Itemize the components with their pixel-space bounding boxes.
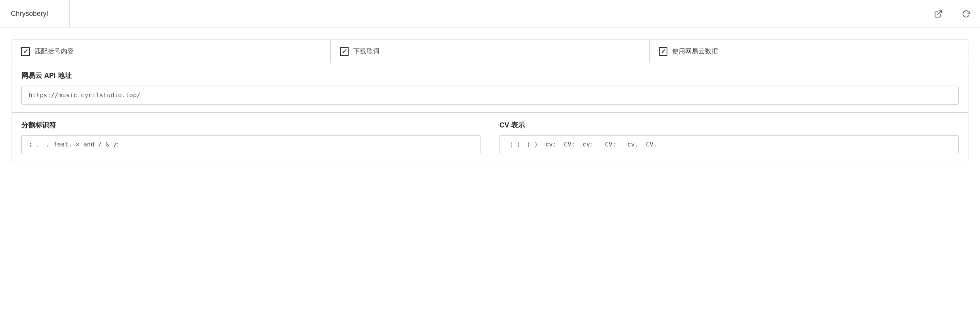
- app-container: Chrysoberyl 匹配括号内容: [0, 0, 980, 327]
- options-row: 匹配括号内容 下载歌词 使用网易云数据: [12, 40, 968, 63]
- option-download-lyrics-label: 下载歌词: [353, 47, 380, 56]
- split-row: 分割标识符 CV 表示: [12, 113, 968, 162]
- checkbox-download-lyrics[interactable]: [340, 47, 349, 56]
- title-bar: Chrysoberyl: [0, 0, 980, 28]
- separator-section-title: 分割标识符: [21, 120, 481, 130]
- section-panel: 网易云 API 地址 分割标识符 CV 表示: [12, 63, 968, 162]
- main-content: 匹配括号内容 下载歌词 使用网易云数据 网易云 API 地址 分: [0, 28, 980, 327]
- open-external-button[interactable]: [924, 0, 952, 28]
- api-section: 网易云 API 地址: [12, 63, 968, 113]
- open-external-icon: [934, 10, 942, 18]
- url-input[interactable]: [70, 0, 924, 28]
- refresh-icon: [962, 10, 970, 18]
- svg-line-0: [937, 10, 941, 14]
- title-bar-actions: [924, 0, 980, 28]
- api-section-title: 网易云 API 地址: [21, 71, 959, 80]
- option-use-netease[interactable]: 使用网易云数据: [650, 40, 968, 63]
- separator-input[interactable]: [21, 135, 481, 154]
- option-download-lyrics[interactable]: 下载歌词: [331, 40, 650, 63]
- separator-section: 分割标识符: [12, 113, 490, 162]
- refresh-button[interactable]: [952, 0, 980, 28]
- app-title: Chrysoberyl: [0, 0, 70, 28]
- cv-input[interactable]: [499, 135, 959, 154]
- api-url-input[interactable]: [21, 86, 959, 105]
- checkbox-use-netease[interactable]: [659, 47, 667, 56]
- cv-section-title: CV 表示: [499, 120, 959, 130]
- cv-section: CV 表示: [490, 113, 968, 162]
- option-match-brackets[interactable]: 匹配括号内容: [12, 40, 331, 63]
- option-match-brackets-label: 匹配括号内容: [34, 47, 74, 56]
- checkbox-match-brackets[interactable]: [21, 47, 30, 56]
- option-use-netease-label: 使用网易云数据: [672, 47, 718, 56]
